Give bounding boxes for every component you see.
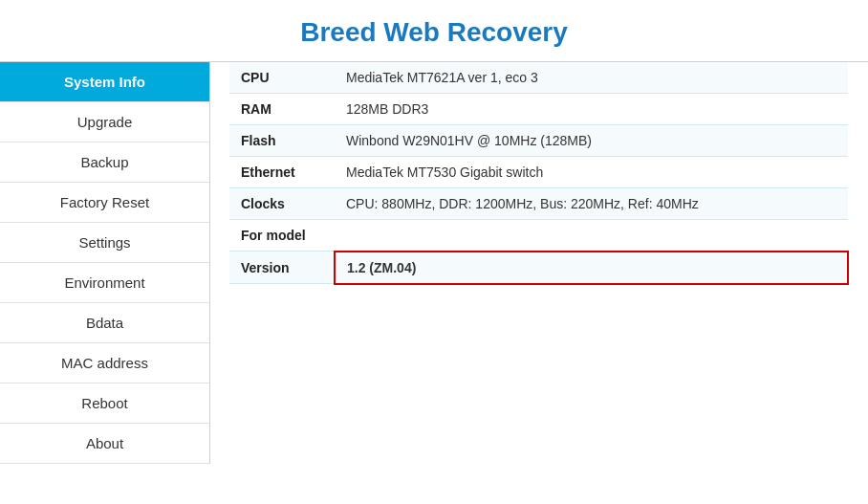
system-info-table: CPUMediaTek MT7621A ver 1, eco 3RAM128MB… [229, 62, 849, 285]
row-label: For model [229, 220, 335, 252]
table-row: ClocksCPU: 880MHz, DDR: 1200MHz, Bus: 22… [229, 188, 848, 220]
row-value: MediaTek MT7530 Gigabit switch [335, 157, 848, 188]
table-row: FlashWinbond W29N01HV @ 10MHz (128MB) [229, 125, 848, 157]
table-row: Version1.2 (ZM.04) [229, 252, 848, 284]
row-value: Winbond W29N01HV @ 10MHz (128MB) [335, 125, 848, 157]
row-value: 1.2 (ZM.04) [335, 252, 848, 284]
sidebar-item-bdata[interactable]: Bdata [0, 303, 209, 343]
row-label: Ethernet [229, 157, 335, 188]
row-label: CPU [229, 62, 335, 94]
content-area: CPUMediaTek MT7621A ver 1, eco 3RAM128MB… [210, 61, 868, 464]
sidebar-item-backup[interactable]: Backup [0, 142, 209, 183]
table-row: EthernetMediaTek MT7530 Gigabit switch [229, 157, 848, 188]
sidebar-item-upgrade[interactable]: Upgrade [0, 102, 209, 142]
table-row: RAM128MB DDR3 [229, 94, 848, 125]
row-value: MediaTek MT7621A ver 1, eco 3 [335, 62, 848, 94]
sidebar-item-environment[interactable]: Environment [0, 263, 209, 303]
table-row: CPUMediaTek MT7621A ver 1, eco 3 [229, 62, 848, 94]
sidebar-item-about[interactable]: About [0, 424, 209, 464]
row-value: CPU: 880MHz, DDR: 1200MHz, Bus: 220MHz, … [335, 188, 848, 220]
page-title: Breed Web Recovery [0, 0, 868, 61]
sidebar-item-system-info[interactable]: System Info [0, 62, 209, 102]
table-row: For model [229, 220, 848, 252]
row-label: Flash [229, 125, 335, 157]
sidebar-item-factory-reset[interactable]: Factory Reset [0, 183, 209, 223]
row-value: 128MB DDR3 [335, 94, 848, 125]
row-value [335, 220, 848, 252]
sidebar-item-settings[interactable]: Settings [0, 223, 209, 263]
row-label: Version [229, 252, 335, 284]
sidebar: System InfoUpgradeBackupFactory ResetSet… [0, 61, 210, 464]
row-label: RAM [229, 94, 335, 125]
row-label: Clocks [229, 188, 335, 220]
sidebar-item-mac-address[interactable]: MAC address [0, 343, 209, 383]
sidebar-item-reboot[interactable]: Reboot [0, 383, 209, 424]
